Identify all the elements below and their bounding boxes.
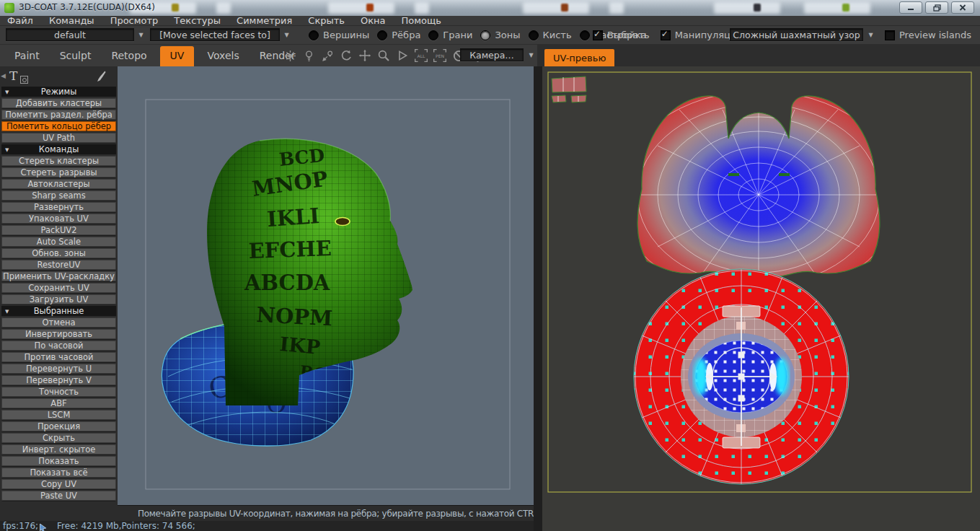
menu-symmetry[interactable]: Симметрия — [237, 16, 292, 25]
radio-dot-icon — [309, 30, 319, 40]
eye-seam-mark — [779, 173, 790, 176]
panel-splitter[interactable] — [534, 66, 542, 531]
uv-preview-panel[interactable] — [542, 66, 980, 531]
sidebar-button[interactable]: Показать всё — [1, 468, 116, 478]
title-bar[interactable]: 3D-COAT 3.7.12E(CUDA)(DX64) — [0, 0, 980, 16]
view-icon-strip: ALL PEN — [283, 45, 485, 66]
tab-paint[interactable]: Paint — [4, 46, 50, 66]
minimize-button[interactable] — [899, 1, 922, 14]
menu-hide[interactable]: Скрыть — [308, 16, 345, 25]
move-selected-dropdown[interactable]: [Move selected faces to] — [150, 28, 280, 41]
head-texture-letters: IKP — [278, 333, 321, 359]
menu-help[interactable]: Помощь — [402, 16, 441, 25]
sidebar-button[interactable]: Добавить кластеры — [1, 98, 116, 108]
status-hint-text: Помечайте разрывы UV-координат, нажимая … — [118, 509, 541, 519]
sidebar-button-mark-edge-ring-active[interactable]: Пометить кольцо рёбер — [1, 121, 116, 131]
sidebar-header[interactable]: Выбранные — [1, 306, 116, 316]
brightness-icon[interactable] — [283, 48, 297, 63]
tab-uv[interactable]: UV — [160, 46, 195, 66]
tab-sculpt[interactable]: Sculpt — [50, 46, 102, 66]
text-tool-icon[interactable]: T — [9, 69, 17, 83]
rotate-icon[interactable] — [339, 48, 353, 63]
move-selected-dropdown-arrow-icon[interactable]: ▼ — [281, 30, 292, 40]
sidebar-button[interactable]: Инверт. скрытое — [1, 444, 116, 455]
radio-zones[interactable]: Зоны — [480, 30, 520, 40]
toolbar-checkboxes: Выбрать Манипуляции — [593, 26, 743, 44]
sidebar-button[interactable]: Скрыть — [1, 433, 116, 443]
pan-icon[interactable] — [358, 48, 372, 63]
sidebar-button[interactable]: ABF — [1, 398, 116, 408]
sidebar-button[interactable]: Применить UV-раскладку — [1, 271, 116, 281]
main-toolbar: default ▼ [Move selected faces to] ▼ Вер… — [0, 26, 980, 45]
sidebar-button[interactable]: RestoreUV — [1, 260, 116, 270]
3d-viewport[interactable]: C O BCD — [118, 66, 534, 505]
sidebar-button[interactable]: Загрузить UV — [1, 294, 116, 304]
zoom-icon[interactable] — [376, 48, 391, 63]
background-window-blur — [714, 2, 780, 14]
sidebar-button[interactable]: Упаковать UV — [1, 214, 116, 224]
preview-islands-checkbox[interactable]: Preview islands — [885, 30, 971, 40]
sidebar-button[interactable]: По часовой — [1, 341, 116, 351]
sidebar-button[interactable]: Обнов. зоны — [1, 248, 116, 258]
pen-select-icon[interactable]: PEN — [433, 48, 447, 63]
restore-icon — [933, 4, 941, 12]
tab-voxels[interactable]: Voxels — [197, 46, 249, 66]
brush-tool-icon[interactable] — [93, 69, 107, 87]
sidebar-button[interactable]: UV Path — [1, 133, 116, 143]
camera-dropdown[interactable]: Камера… — [460, 48, 524, 61]
sidebar-button[interactable]: Пометить раздел. рёбра — [1, 110, 116, 120]
sidebar-button[interactable]: Автокластеры — [1, 179, 116, 189]
preset-dropdown[interactable]: default — [6, 28, 134, 41]
sidebar-button[interactable]: Перевернуть U — [1, 364, 116, 374]
sidebar-button[interactable]: Показать — [1, 456, 116, 466]
tab-uv-preview[interactable]: UV-превью — [544, 49, 614, 66]
menu-windows[interactable]: Окна — [361, 16, 386, 25]
play-icon[interactable] — [395, 48, 410, 63]
menu-view[interactable]: Просмотр — [110, 16, 159, 25]
radio-vertices[interactable]: Вершины — [309, 30, 369, 40]
select-all-icon[interactable]: ALL — [414, 48, 428, 63]
sidebar-button[interactable]: Точность — [1, 387, 116, 397]
texture-pattern-dropdown[interactable]: Сложный шахматный узор — [730, 28, 863, 41]
close-button[interactable] — [951, 1, 974, 14]
light-move-icon[interactable] — [320, 48, 335, 63]
camera-dropdown-arrow-icon[interactable]: ▼ — [526, 50, 537, 60]
sidebar-button[interactable]: Перевернуть V — [1, 375, 116, 385]
radio-edges[interactable]: Рёбра — [377, 30, 420, 40]
select-checkbox[interactable]: Выбрать — [593, 30, 650, 40]
tab-retopo[interactable]: Retopo — [101, 46, 156, 66]
sidebar-button[interactable]: PackUV2 — [1, 225, 116, 235]
background-window-blur — [328, 2, 394, 14]
menu-file[interactable]: Файл — [7, 16, 33, 25]
sidebar-button[interactable]: Copy UV — [1, 479, 116, 489]
head-texture-letters: NOPM — [256, 302, 333, 330]
sidebar-button[interactable]: Против часовой — [1, 352, 116, 362]
radio-faces[interactable]: Грани — [428, 30, 472, 40]
sidebar-button[interactable]: Auto Scale — [1, 237, 116, 247]
sidebar-button[interactable]: Стереть разрывы — [1, 167, 116, 177]
texture-pattern-dropdown-arrow-icon[interactable]: ▼ — [865, 30, 876, 40]
sidebar-button[interactable]: Сохранить UV — [1, 283, 116, 293]
minimize-icon — [907, 4, 914, 11]
sidebar-button[interactable]: Инвертировать — [1, 329, 116, 339]
sidebar-button[interactable]: Sharp seams — [1, 190, 116, 201]
sidebar-button[interactable]: Стереть кластеры — [1, 156, 116, 166]
app-icon — [4, 3, 14, 13]
sidebar-button[interactable]: LSCM — [1, 410, 116, 420]
sidebar-header[interactable]: Режимы — [1, 87, 116, 97]
background-tab-icon — [561, 4, 568, 12]
eye-highlight — [335, 218, 350, 226]
preset-dropdown-arrow-icon[interactable]: ▼ — [136, 30, 146, 40]
sidebar-button[interactable]: Paste UV — [1, 491, 116, 501]
sidebar-button[interactable]: Отмена — [1, 317, 116, 328]
sidebar-button[interactable]: Развернуть — [1, 202, 116, 212]
mouse-cursor — [37, 524, 49, 531]
menu-textures[interactable]: Текстуры — [174, 16, 221, 25]
restore-button[interactable] — [925, 1, 948, 14]
radio-brush[interactable]: Кисть — [529, 30, 572, 40]
sidebar-button[interactable]: Проекция — [1, 421, 116, 431]
sidebar-header[interactable]: Команды — [1, 144, 116, 154]
light-icon[interactable] — [301, 48, 316, 63]
menu-commands[interactable]: Команды — [49, 16, 94, 25]
collapse-arrow-icon[interactable]: ◀ — [1, 72, 6, 79]
